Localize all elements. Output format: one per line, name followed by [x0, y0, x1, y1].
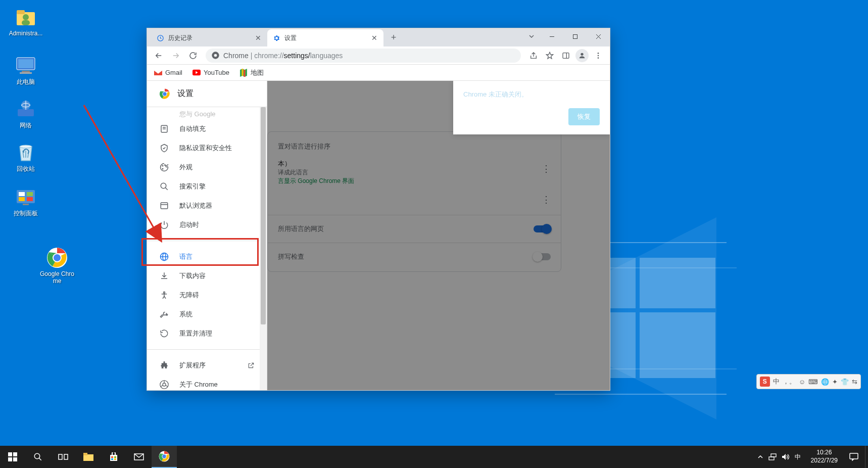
tray-chevron-up-icon[interactable] [757, 454, 763, 460]
bookmark-youtube[interactable]: YouTube [192, 69, 229, 77]
restore-button[interactable]: 恢复 [568, 108, 600, 125]
taskbar-mail[interactable] [126, 446, 152, 468]
nav-search-engine[interactable]: 搜索引擎 [147, 177, 267, 196]
tab-strip: 历史记录 ✕ 设置 ✕ + [147, 28, 610, 46]
start-button[interactable] [0, 446, 25, 468]
svg-rect-63 [8, 452, 12, 456]
svg-point-42 [163, 92, 166, 96]
svg-rect-24 [23, 204, 29, 205]
settings-nav[interactable]: 您与 Google 自动填充 隐私设置和安全性 [147, 107, 267, 390]
svg-rect-69 [59, 454, 62, 459]
ime-star[interactable]: ✦ [832, 378, 838, 386]
svg-rect-76 [111, 458, 113, 460]
close-icon[interactable]: ✕ [370, 34, 378, 42]
youtube-icon [192, 69, 201, 77]
chrome-window: 历史记录 ✕ 设置 ✕ + [147, 28, 610, 391]
forward-button[interactable] [168, 48, 183, 63]
address-bar[interactable]: Chrome | chrome://settings/languages [206, 49, 521, 63]
scrollbar-thumb[interactable] [261, 107, 266, 324]
maps-icon [239, 69, 248, 77]
ime-switch[interactable]: ⇆ [852, 378, 857, 386]
download-icon [159, 271, 169, 281]
close-icon[interactable]: ✕ [254, 34, 262, 42]
bookmark-maps[interactable]: 地图 [239, 68, 264, 77]
tab-settings[interactable]: 设置 ✕ [267, 29, 383, 46]
settings-main: 置对语言进行排序 本） 译成此语言 言显示 Google Chrome 界面 ⋮… [267, 81, 610, 390]
restore-session-popup: Chrome 未正确关闭。 恢复 [453, 81, 610, 134]
share-button[interactable] [526, 48, 541, 63]
tray-network-icon[interactable] [768, 453, 777, 460]
svg-line-68 [39, 458, 41, 460]
close-window-button[interactable] [587, 28, 610, 44]
nav-accessibility[interactable]: 无障碍 [147, 286, 267, 305]
taskbar-store[interactable] [101, 446, 126, 468]
desktop-icon-google-chrome[interactable]: Google Chrome [37, 247, 77, 285]
nav-about-chrome[interactable]: 关于 Chrome [147, 375, 267, 390]
nav-privacy[interactable]: 隐私设置和安全性 [147, 138, 267, 158]
tab-search-button[interactable] [523, 28, 540, 44]
taskbar-file-explorer[interactable] [76, 446, 101, 468]
taskbar-chrome[interactable] [152, 446, 177, 468]
reload-button[interactable] [185, 48, 201, 63]
ime-skin[interactable]: 👕 [841, 378, 849, 386]
system-tray[interactable]: 中 [752, 453, 806, 461]
svg-point-10 [23, 14, 29, 20]
tab-history[interactable]: 历史记录 ✕ [151, 29, 267, 46]
sidebar-scrollbar[interactable] [260, 107, 267, 390]
back-button[interactable] [151, 48, 166, 63]
nav-extensions[interactable]: 扩展程序 [147, 356, 267, 375]
svg-rect-13 [18, 59, 33, 68]
profile-button[interactable] [574, 48, 590, 63]
svg-rect-7 [640, 312, 715, 378]
gmail-icon [154, 69, 162, 77]
nav-languages[interactable]: 语言 [147, 247, 267, 266]
svg-rect-83 [771, 454, 776, 457]
svg-point-27 [54, 254, 61, 261]
desktop-icon-this-pc[interactable]: 此电脑 [6, 55, 45, 85]
chrome-page-icon [212, 52, 219, 59]
desktop-icon-control-panel[interactable]: 控制面板 [6, 186, 45, 217]
maximize-button[interactable] [563, 28, 587, 44]
svg-line-50 [165, 188, 168, 190]
svg-rect-77 [114, 458, 116, 460]
user-folder-icon [15, 6, 37, 28]
nav-default-browser[interactable]: 默认浏览器 [147, 196, 267, 215]
show-desktop-button[interactable] [865, 446, 868, 468]
globe-icon [159, 252, 169, 262]
svg-point-32 [214, 54, 217, 57]
ime-floating-bar[interactable]: S 中 ，。 ☺ ⌨ 🌐 ✦ 👕 ⇆ [756, 374, 861, 389]
side-panel-button[interactable] [558, 48, 573, 63]
nav-reset[interactable]: 重置并清理 [147, 324, 267, 343]
nav-you-and-google[interactable]: 您与 Google [147, 109, 267, 119]
desktop-icon-network[interactable]: 网络 [6, 98, 45, 129]
svg-rect-15 [20, 72, 32, 74]
nav-system[interactable]: 系统 [147, 305, 267, 324]
menu-button[interactable] [591, 48, 606, 63]
tray-ime-label[interactable]: 中 [795, 453, 801, 461]
action-center-button[interactable] [843, 446, 865, 468]
minimize-button[interactable] [540, 28, 563, 44]
new-tab-button[interactable]: + [387, 30, 401, 44]
tray-volume-icon[interactable] [782, 453, 790, 460]
desktop-icon-recycle-bin[interactable]: 回收站 [6, 142, 45, 172]
ime-mode[interactable]: 中 [773, 377, 780, 386]
nav-autofill[interactable]: 自动填充 [147, 119, 267, 138]
taskbar-clock[interactable]: 10:26 2022/7/29 [806, 449, 843, 464]
search-button[interactable] [25, 446, 51, 468]
nav-appearance[interactable]: 外观 [147, 158, 267, 177]
nav-downloads[interactable]: 下载内容 [147, 266, 267, 286]
shield-icon [159, 143, 169, 153]
svg-rect-82 [769, 457, 774, 460]
task-view-button[interactable] [51, 446, 76, 468]
ime-emoji[interactable]: ☺ [799, 378, 805, 386]
sogou-ime-icon: S [760, 377, 770, 387]
nav-on-startup[interactable]: 启动时 [147, 215, 267, 235]
ime-punct[interactable]: ，。 [783, 377, 796, 386]
svg-rect-72 [83, 453, 87, 455]
desktop-icon-administrator[interactable]: Administra... [6, 6, 45, 37]
ime-keyboard[interactable]: ⌨ [808, 378, 818, 386]
bookmark-button[interactable] [542, 48, 557, 63]
ime-web[interactable]: 🌐 [821, 378, 829, 386]
bookmarks-bar: Gmail YouTube 地图 [147, 65, 610, 81]
bookmark-gmail[interactable]: Gmail [154, 69, 182, 77]
